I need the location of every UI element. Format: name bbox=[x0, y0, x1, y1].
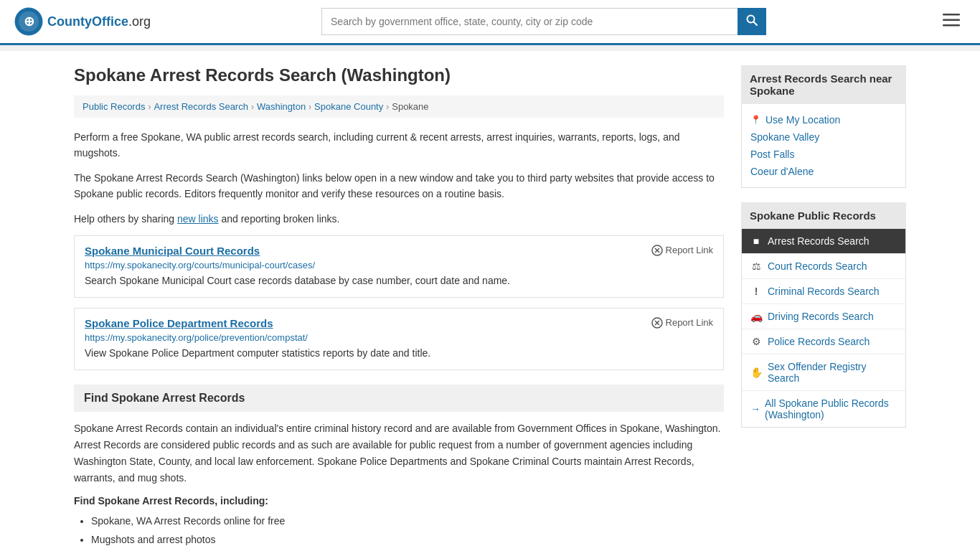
record-label-sex-offender: Sex Offender Registry Search bbox=[768, 361, 897, 384]
link-card-header-2: Spokane Police Department Records Report… bbox=[85, 317, 713, 329]
breadcrumb-public-records[interactable]: Public Records bbox=[83, 101, 145, 112]
search-area bbox=[321, 8, 766, 35]
municipal-court-url[interactable]: https://my.spokanecity.org/courts/munici… bbox=[85, 260, 713, 270]
site-header: ⊕ CountyOffice.org bbox=[0, 0, 980, 45]
police-dept-desc: View Spokane Police Department computer … bbox=[85, 346, 713, 361]
logo[interactable]: ⊕ CountyOffice.org bbox=[14, 7, 151, 36]
nearby-item-2[interactable]: Coeur d'Alene bbox=[750, 163, 897, 180]
record-label-court: Court Records Search bbox=[768, 260, 867, 272]
search-input[interactable] bbox=[321, 8, 738, 35]
sidebar-nearby-list: 📍 Use My Location Spokane Valley Post Fa… bbox=[741, 104, 906, 188]
link-card-police: Spokane Police Department Records Report… bbox=[74, 308, 724, 370]
page-title: Spokane Arrest Records Search (Washingto… bbox=[74, 65, 724, 85]
record-item-court[interactable]: ⚖ Court Records Search bbox=[742, 254, 905, 279]
police-dept-link[interactable]: Spokane Police Department Records bbox=[85, 317, 273, 329]
description-2: The Spokane Arrest Records Search (Washi… bbox=[74, 170, 724, 202]
record-item-criminal[interactable]: ! Criminal Records Search bbox=[742, 279, 905, 304]
use-location-label: Use My Location bbox=[765, 114, 840, 126]
court-icon: ⚖ bbox=[750, 260, 762, 272]
record-label-criminal: Criminal Records Search bbox=[768, 286, 880, 297]
sidebar-records-list: ■ Arrest Records Search ⚖ Court Records … bbox=[741, 229, 906, 428]
record-item-driving[interactable]: 🚗 Driving Records Search bbox=[742, 304, 905, 329]
record-item-police[interactable]: ⚙ Police Records Search bbox=[742, 329, 905, 354]
hamburger-icon bbox=[943, 14, 960, 27]
all-records-label: All Spokane Public Records (Washington) bbox=[765, 397, 897, 420]
search-icon bbox=[746, 14, 758, 26]
sidebar-nearby-heading: Arrest Records Search near Spokane bbox=[741, 65, 906, 104]
bullet-list: Spokane, WA Arrest Records online for fr… bbox=[91, 512, 724, 551]
menu-button[interactable] bbox=[937, 11, 966, 33]
svg-line-4 bbox=[754, 22, 758, 26]
description-1: Perform a free Spokane, WA public arrest… bbox=[74, 129, 724, 161]
find-subheading: Find Spokane Arrest Records, including: bbox=[74, 495, 724, 507]
bullet-item-1: Mugshots and arrest photos bbox=[91, 531, 724, 549]
svg-text:⊕: ⊕ bbox=[24, 14, 34, 29]
report-icon-2 bbox=[651, 317, 663, 329]
main-container: Spokane Arrest Records Search (Washingto… bbox=[60, 51, 920, 551]
nearby-item-1[interactable]: Post Falls bbox=[750, 146, 897, 163]
report-link-2[interactable]: Report Link bbox=[651, 317, 713, 329]
record-label-arrest: Arrest Records Search bbox=[768, 235, 870, 247]
report-icon-1 bbox=[651, 245, 663, 256]
police-dept-url[interactable]: https://my.spokanecity.org/police/preven… bbox=[85, 332, 713, 343]
driving-icon: 🚗 bbox=[750, 311, 762, 322]
svg-rect-5 bbox=[943, 14, 960, 16]
svg-rect-6 bbox=[943, 19, 960, 21]
sidebar-records-heading: Spokane Public Records bbox=[741, 202, 906, 229]
content-area: Spokane Arrest Records Search (Washingto… bbox=[74, 65, 724, 551]
logo-text: CountyOffice.org bbox=[47, 14, 151, 29]
sub-header-bar bbox=[0, 45, 980, 51]
link-card-header-1: Spokane Municipal Court Records Report L… bbox=[85, 245, 713, 257]
body-text-main: Spokane Arrest Records contain an indivi… bbox=[74, 420, 724, 486]
record-item-arrest[interactable]: ■ Arrest Records Search bbox=[742, 229, 905, 254]
all-records-link[interactable]: → All Spokane Public Records (Washington… bbox=[742, 391, 905, 427]
criminal-icon: ! bbox=[750, 286, 762, 297]
sidebar: Arrest Records Search near Spokane 📍 Use… bbox=[741, 65, 906, 551]
bullet-item-0: Spokane, WA Arrest Records online for fr… bbox=[91, 512, 724, 530]
location-icon: 📍 bbox=[750, 115, 761, 125]
arrest-icon: ■ bbox=[750, 235, 762, 247]
nearby-item-0[interactable]: Spokane Valley bbox=[750, 128, 897, 146]
municipal-court-link[interactable]: Spokane Municipal Court Records bbox=[85, 245, 260, 257]
breadcrumb: Public Records › Arrest Records Search ›… bbox=[74, 95, 724, 118]
link-card-municipal: Spokane Municipal Court Records Report L… bbox=[74, 235, 724, 298]
description-3: Help others by sharing new links and rep… bbox=[74, 211, 724, 227]
breadcrumb-spokane: Spokane bbox=[392, 101, 428, 112]
record-item-sex-offender[interactable]: ✋ Sex Offender Registry Search bbox=[742, 354, 905, 391]
record-label-driving: Driving Records Search bbox=[768, 311, 874, 322]
new-links-link[interactable]: new links bbox=[177, 213, 219, 225]
sidebar-nearby-section: Arrest Records Search near Spokane 📍 Use… bbox=[741, 65, 906, 188]
svg-rect-7 bbox=[943, 24, 960, 27]
sidebar-records-section: Spokane Public Records ■ Arrest Records … bbox=[741, 202, 906, 428]
breadcrumb-arrest-records[interactable]: Arrest Records Search bbox=[154, 101, 248, 112]
record-label-police: Police Records Search bbox=[768, 336, 870, 347]
municipal-court-desc: Search Spokane Municipal Court case reco… bbox=[85, 273, 713, 288]
all-records-arrow: → bbox=[750, 403, 760, 415]
logo-icon: ⊕ bbox=[14, 7, 43, 36]
breadcrumb-washington[interactable]: Washington bbox=[257, 101, 306, 112]
breadcrumb-spokane-county[interactable]: Spokane County bbox=[314, 101, 383, 112]
search-button[interactable] bbox=[738, 8, 766, 35]
use-location-item[interactable]: 📍 Use My Location bbox=[750, 111, 897, 128]
find-records-heading: Find Spokane Arrest Records bbox=[74, 385, 724, 412]
report-link-1[interactable]: Report Link bbox=[651, 245, 713, 256]
sex-offender-icon: ✋ bbox=[750, 367, 762, 378]
police-icon: ⚙ bbox=[750, 336, 762, 347]
